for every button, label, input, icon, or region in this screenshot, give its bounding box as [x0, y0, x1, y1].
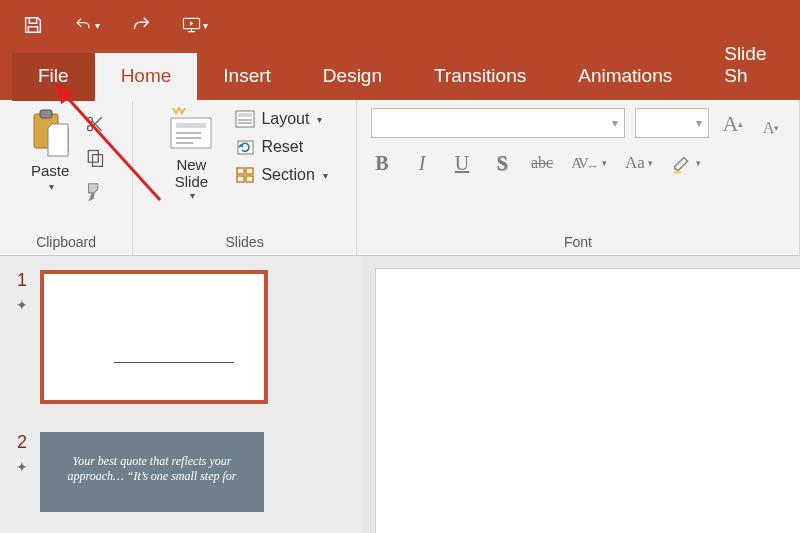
reset-icon	[235, 138, 255, 156]
paste-label: Paste	[31, 162, 69, 179]
tab-insert[interactable]: Insert	[197, 53, 297, 101]
slide-number: 2	[17, 432, 27, 453]
tab-home[interactable]: Home	[95, 53, 198, 101]
font-name-combo[interactable]: ▾	[371, 108, 625, 138]
svg-rect-7	[93, 155, 103, 167]
slide-canvas-area	[361, 256, 800, 533]
slide-canvas[interactable]	[375, 268, 800, 533]
undo-icon[interactable]: ▾	[74, 12, 100, 38]
paste-button[interactable]: Paste ▾	[22, 106, 78, 194]
ribbon-home: Paste ▾ Clipboard	[0, 100, 800, 256]
start-slideshow-icon[interactable]: ▾	[182, 12, 208, 38]
tab-transitions[interactable]: Transitions	[408, 53, 552, 101]
layout-button[interactable]: Layout ▾	[231, 108, 331, 130]
strikethrough-button[interactable]: abc	[531, 150, 553, 176]
svg-rect-21	[246, 176, 253, 182]
highlighter-icon	[671, 152, 693, 174]
group-label-font: Font	[564, 232, 592, 253]
animation-star-icon: ✦	[16, 297, 28, 313]
italic-button[interactable]: I	[411, 150, 433, 176]
chevron-down-icon: ▾	[317, 114, 322, 125]
increase-font-button[interactable]: A▴	[719, 109, 747, 137]
svg-rect-6	[88, 151, 98, 163]
slide-thumbnail-1[interactable]	[40, 270, 268, 404]
svg-rect-18	[237, 168, 244, 174]
group-label-clipboard: Clipboard	[36, 232, 96, 253]
tab-animations[interactable]: Animations	[552, 53, 698, 101]
paste-icon	[26, 108, 74, 160]
section-button[interactable]: Section ▾	[231, 164, 331, 186]
bold-button[interactable]: B	[371, 150, 393, 176]
reset-label: Reset	[261, 138, 303, 156]
slide-number: 1	[17, 270, 27, 291]
underline-button[interactable]: U	[451, 150, 473, 176]
font-size-combo[interactable]: ▾	[635, 108, 709, 138]
section-label: Section	[261, 166, 314, 184]
scissors-icon	[85, 114, 105, 134]
cut-button[interactable]	[80, 110, 110, 138]
char-spacing-button[interactable]: AV ↔▾	[571, 150, 607, 176]
ribbon-tabs: File Home Insert Design Transitions Anim…	[0, 50, 800, 100]
chevron-down-icon: ▾	[696, 116, 702, 130]
chevron-down-icon: ▾	[49, 181, 54, 192]
animation-star-icon: ✦	[16, 459, 28, 475]
tab-file[interactable]: File	[12, 53, 95, 101]
chevron-down-icon: ▾	[190, 190, 195, 201]
copy-button[interactable]	[80, 144, 110, 172]
highlight-button[interactable]: ▾	[671, 150, 701, 176]
format-painter-button[interactable]	[80, 178, 110, 206]
chevron-down-icon: ▾	[612, 116, 618, 130]
new-slide-icon	[163, 106, 219, 156]
decrease-font-button[interactable]: A▾	[757, 109, 785, 137]
reset-button[interactable]: Reset	[231, 136, 331, 158]
svg-rect-2	[40, 110, 52, 118]
copy-icon	[85, 148, 105, 168]
title-placeholder-line	[114, 362, 234, 363]
chevron-down-icon: ▾	[602, 158, 607, 168]
group-clipboard: Paste ▾ Clipboard	[0, 100, 133, 255]
chevron-down-icon: ▾	[648, 158, 653, 168]
svg-rect-9	[176, 123, 206, 128]
svg-rect-20	[237, 176, 244, 182]
thumbnail-row[interactable]: 2 ✦ Your best quote that reflects your a…	[16, 432, 351, 512]
section-icon	[235, 166, 255, 184]
text-shadow-button[interactable]: S	[491, 150, 513, 176]
slide2-quote-text: Your best quote that reflects your appro…	[67, 454, 236, 483]
tab-slideshow[interactable]: Slide Sh	[698, 31, 800, 101]
chevron-down-icon: ▾	[696, 158, 701, 168]
slide-thumbnails-panel[interactable]: 1 ✦ 2 ✦ Your best quote that reflects yo…	[0, 256, 361, 533]
thumbnail-row[interactable]: 1 ✦	[16, 270, 351, 404]
slide-thumbnail-2[interactable]: Your best quote that reflects your appro…	[40, 432, 264, 512]
redo-icon[interactable]	[128, 12, 154, 38]
new-slide-button[interactable]: New Slide ▾	[157, 106, 225, 201]
svg-rect-19	[246, 168, 253, 174]
chevron-down-icon: ▾	[323, 170, 328, 181]
layout-label: Layout	[261, 110, 309, 128]
tab-design[interactable]: Design	[297, 53, 408, 101]
editor-area: 1 ✦ 2 ✦ Your best quote that reflects yo…	[0, 256, 800, 533]
paintbrush-icon	[84, 181, 106, 203]
group-label-slides: Slides	[226, 232, 264, 253]
save-icon[interactable]	[20, 12, 46, 38]
group-slides: New Slide ▾ Layout ▾ Reset Section ▾	[133, 100, 357, 255]
svg-rect-14	[238, 113, 252, 117]
new-slide-label: New Slide	[175, 156, 208, 190]
change-case-button[interactable]: Aa▾	[625, 150, 653, 176]
quick-access-toolbar: ▾ ▾	[0, 0, 800, 50]
group-font: ▾ ▾ A▴ A▾ B I U S abc AV ↔▾ Aa▾	[357, 100, 800, 255]
layout-icon	[235, 110, 255, 128]
